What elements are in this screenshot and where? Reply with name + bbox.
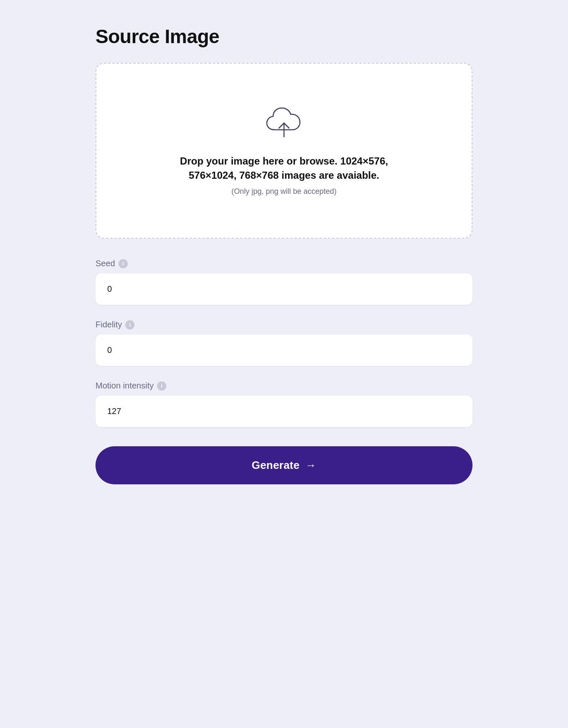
motion-intensity-label: Motion intensity <box>96 381 154 391</box>
arrow-right-icon: → <box>305 459 316 472</box>
fidelity-label-row: Fidelity i <box>96 320 472 329</box>
main-container: Source Image Drop your image here or bro… <box>96 25 472 484</box>
generate-button-label: Generate <box>252 459 299 472</box>
motion-intensity-input[interactable] <box>96 396 472 427</box>
seed-label-row: Seed i <box>96 259 472 268</box>
motion-intensity-field-group: Motion intensity i <box>96 381 472 427</box>
dropzone-sub-text: (Only jpg, png will be accepted) <box>231 187 336 196</box>
dropzone-main-text: Drop your image here or browse. 1024×576… <box>158 154 410 182</box>
seed-input[interactable] <box>96 273 472 305</box>
fidelity-input[interactable] <box>96 334 472 366</box>
fidelity-info-icon[interactable]: i <box>125 320 134 329</box>
motion-intensity-label-row: Motion intensity i <box>96 381 472 391</box>
motion-intensity-info-icon[interactable]: i <box>157 381 166 391</box>
image-dropzone[interactable]: Drop your image here or browse. 1024×576… <box>96 63 472 239</box>
fidelity-label: Fidelity <box>96 320 122 329</box>
page-title: Source Image <box>96 25 472 48</box>
fidelity-field-group: Fidelity i <box>96 320 472 366</box>
generate-button[interactable]: Generate → <box>96 446 472 484</box>
seed-label: Seed <box>96 259 115 268</box>
cloud-upload-icon <box>265 105 303 141</box>
seed-field-group: Seed i <box>96 259 472 305</box>
seed-info-icon[interactable]: i <box>119 259 128 268</box>
